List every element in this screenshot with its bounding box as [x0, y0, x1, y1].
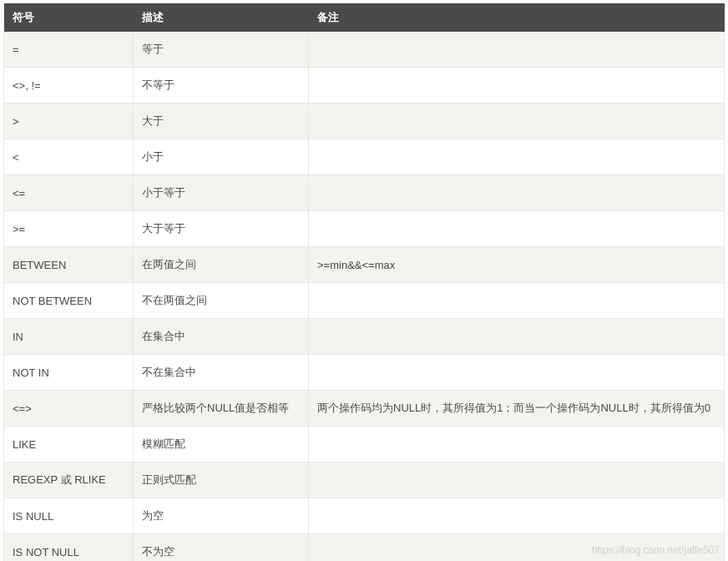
- cell-description: 小于: [134, 139, 309, 175]
- cell-symbol: REGEXP 或 RLIKE: [4, 462, 134, 498]
- cell-description: 不等于: [134, 68, 309, 104]
- table-row: REGEXP 或 RLIKE正则式匹配: [4, 462, 725, 498]
- cell-symbol: LIKE: [4, 427, 134, 462]
- cell-symbol: IS NOT NULL: [4, 534, 134, 562]
- cell-symbol: BETWEEN: [4, 247, 134, 283]
- cell-remark: 两个操作码均为NULL时，其所得值为1；而当一个操作码为NULL时，其所得值为0: [309, 391, 725, 427]
- table-row: <小于: [4, 139, 725, 175]
- table-row: NOT BETWEEN不在两值之间: [4, 283, 725, 319]
- table-row: LIKE模糊匹配: [4, 427, 725, 462]
- table-row: IS NOT NULL不为空: [4, 534, 725, 562]
- table-row: >=大于等于: [4, 211, 725, 247]
- cell-symbol: =: [4, 32, 134, 68]
- table-row: <>, !=不等于: [4, 68, 725, 104]
- cell-description: 在两值之间: [134, 247, 309, 283]
- cell-symbol: >=: [4, 211, 134, 247]
- table-row: BETWEEN在两值之间>=min&&<=max: [4, 247, 725, 283]
- cell-symbol: <=>: [4, 391, 134, 427]
- cell-description: 大于: [134, 104, 309, 139]
- cell-symbol: <=: [4, 175, 134, 211]
- header-description: 描述: [134, 3, 309, 32]
- header-remark: 备注: [309, 3, 725, 32]
- cell-remark: [309, 211, 725, 247]
- cell-remark: [309, 32, 725, 68]
- table-row: IS NULL为空: [4, 498, 725, 534]
- header-symbol: 符号: [4, 3, 134, 32]
- cell-description: 在集合中: [134, 319, 309, 355]
- cell-remark: [309, 498, 725, 534]
- cell-remark: [309, 175, 725, 211]
- table-header-row: 符号 描述 备注: [4, 3, 725, 32]
- cell-description: 等于: [134, 32, 309, 68]
- cell-description: 正则式匹配: [134, 462, 309, 498]
- cell-description: 不在两值之间: [134, 283, 309, 319]
- table-row: <=小于等于: [4, 175, 725, 211]
- table-row: IN在集合中: [4, 319, 725, 355]
- cell-symbol: <: [4, 139, 134, 175]
- cell-symbol: NOT IN: [4, 355, 134, 391]
- cell-description: 模糊匹配: [134, 427, 309, 462]
- cell-remark: [309, 283, 725, 319]
- cell-description: 不为空: [134, 534, 309, 562]
- cell-remark: [309, 427, 725, 462]
- cell-remark: [309, 355, 725, 391]
- cell-symbol: NOT BETWEEN: [4, 283, 134, 319]
- cell-remark: [309, 139, 725, 175]
- cell-description: 为空: [134, 498, 309, 534]
- table-row: <=>严格比较两个NULL值是否相等两个操作码均为NULL时，其所得值为1；而当…: [4, 391, 725, 427]
- table-row: NOT IN不在集合中: [4, 355, 725, 391]
- cell-remark: [309, 68, 725, 104]
- cell-description: 不在集合中: [134, 355, 309, 391]
- table-row: =等于: [4, 32, 725, 68]
- cell-symbol: IS NULL: [4, 498, 134, 534]
- operators-table: 符号 描述 备注 =等于<>, !=不等于>大于<小于<=小于等于>=大于等于B…: [3, 3, 725, 561]
- cell-remark: >=min&&<=max: [309, 247, 725, 283]
- cell-remark: [309, 534, 725, 562]
- cell-description: 严格比较两个NULL值是否相等: [134, 391, 309, 427]
- cell-symbol: IN: [4, 319, 134, 355]
- cell-remark: [309, 462, 725, 498]
- cell-symbol: <>, !=: [4, 68, 134, 104]
- table-row: >大于: [4, 104, 725, 139]
- cell-symbol: >: [4, 104, 134, 139]
- cell-description: 小于等于: [134, 175, 309, 211]
- cell-remark: [309, 319, 725, 355]
- cell-remark: [309, 104, 725, 139]
- cell-description: 大于等于: [134, 211, 309, 247]
